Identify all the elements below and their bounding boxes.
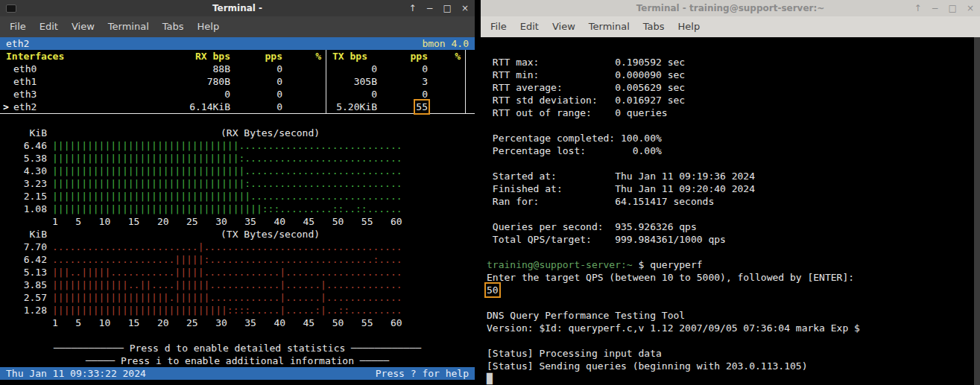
tx-graph-bars: |||||||||||||..||....||||||............|… bbox=[52, 279, 402, 291]
axis-spacer bbox=[0, 215, 52, 228]
pct-lost-line: Percentage lost: 0.00% bbox=[487, 144, 980, 157]
rx-bps-value: 0 bbox=[168, 88, 235, 101]
bmon-topbar: eth2 bmon 4.0 bbox=[0, 37, 475, 50]
menu-view[interactable]: View bbox=[65, 16, 101, 37]
tx-graph-bars: ||||||||||||||||||||||||||||||::::.....|… bbox=[52, 304, 402, 316]
rx-pps-value: 0 bbox=[235, 63, 287, 75]
rx-graph-row: 4.30 |||||||||||||||||||||||||||||||||..… bbox=[0, 165, 475, 177]
finished-at-line: Finished at: Thu Jan 11 09:20:40 2024 bbox=[487, 182, 980, 195]
rx-pct-value bbox=[287, 88, 326, 101]
qps-value-highlight-box: 50 bbox=[487, 284, 499, 296]
rx-graph-row: 3.23 |||||||||||||||||||||||||||||||||:.… bbox=[0, 177, 475, 190]
tx-pct-value bbox=[432, 63, 466, 75]
menu-terminal[interactable]: Terminal bbox=[582, 16, 636, 37]
tx-pps-highlight-box: 55 bbox=[416, 101, 428, 112]
total-qps-line: Total QPS/target: 999.984361/1000 qps bbox=[487, 233, 980, 246]
rx-pps-value: 0 bbox=[235, 101, 287, 113]
col-tx-pps: pps bbox=[382, 50, 432, 63]
rollup-button[interactable]: ↑ bbox=[914, 0, 921, 16]
right-titlebar[interactable]: Terminal - training@support-server:~ ↑ −… bbox=[481, 0, 980, 16]
rx-graph-row: 2.15 ||||||||||||||||||||||||||||||||||.… bbox=[0, 190, 475, 203]
maximize-button[interactable]: □ bbox=[949, 0, 957, 16]
menu-edit[interactable]: Edit bbox=[513, 16, 546, 37]
blank-line bbox=[487, 296, 980, 309]
rx-y-label: 1.08 bbox=[0, 203, 52, 215]
right-window-controls: ↑ − □ × bbox=[914, 0, 974, 16]
menu-help[interactable]: Help bbox=[671, 16, 707, 37]
interface-row-eth3[interactable]: eth3 0 0 0 0 bbox=[0, 88, 475, 101]
interface-row-eth0[interactable]: eth0 88B 0 0 0 bbox=[0, 63, 475, 75]
rx-pct-value bbox=[287, 63, 326, 75]
rx-pps-value: 0 bbox=[235, 75, 287, 88]
tx-graph-bars: .....................|||||:.............… bbox=[52, 253, 402, 266]
tx-pct-value bbox=[432, 75, 466, 88]
bmon-statusbar: Thu Jan 11 09:33:22 2024 Press ? for hel… bbox=[0, 367, 475, 380]
rollup-button[interactable]: ↑ bbox=[408, 0, 416, 16]
menu-file[interactable]: File bbox=[484, 16, 513, 37]
interface-name: eth0 bbox=[0, 63, 168, 75]
col-interfaces: Interfaces bbox=[0, 50, 168, 63]
rx-bps-value: 88B bbox=[168, 63, 235, 75]
qps-enter-line: Enter the target QPS (between 10 to 5000… bbox=[487, 271, 980, 284]
left-window-title: Terminal - bbox=[212, 3, 262, 13]
rx-y-label: 4.30 bbox=[0, 165, 52, 177]
blank-line bbox=[487, 246, 980, 258]
tx-y-label: 1.28 bbox=[0, 304, 52, 316]
menu-file[interactable]: File bbox=[3, 16, 33, 37]
menu-help[interactable]: Help bbox=[191, 16, 227, 37]
tx-y-label: 6.42 bbox=[0, 253, 52, 266]
maximize-button[interactable]: □ bbox=[443, 0, 452, 16]
rx-graph-header: KiB (RX Bytes/second) bbox=[0, 127, 475, 139]
menu-tabs[interactable]: Tabs bbox=[636, 16, 671, 37]
interface-row-eth2-selected[interactable]: > eth2 6.14KiB 0 5.20KiB 55 bbox=[0, 101, 475, 113]
rtt-max-line: RTT max: 0.190592 sec bbox=[487, 56, 980, 69]
blank-line bbox=[487, 208, 980, 220]
left-titlebar[interactable]: Terminal - ↑ − □ × bbox=[0, 0, 475, 16]
rx-graph-bars: |||||||||||||||||||||||||||||||||.......… bbox=[52, 165, 402, 177]
qps-input-line: 50 bbox=[487, 284, 980, 296]
close-button[interactable]: × bbox=[461, 0, 469, 16]
blank-line bbox=[0, 329, 475, 342]
status-sending-line: [Status] Sending queries (beginning with… bbox=[487, 360, 980, 372]
rx-y-label: 3.23 bbox=[0, 177, 52, 190]
rx-graph-row: 6.46 ||||||||||||||||||||||||||||||||...… bbox=[0, 139, 475, 152]
tool-version-line: Version: $Id: queryperf.c,v 1.12 2007/09… bbox=[487, 322, 980, 334]
tx-graph-row: 5.13 |||..|||||...........|||||.........… bbox=[0, 266, 475, 279]
rx-graph-bars: ||||||||||||||||||||||||||||||||||......… bbox=[52, 190, 402, 203]
tx-graph-row: 1.28 ||||||||||||||||||||||||||||||::::.… bbox=[0, 304, 475, 316]
tx-pct-value bbox=[432, 101, 466, 113]
bmon-screen[interactable]: eth2 bmon 4.0 Interfaces RX bps pps % TX… bbox=[0, 37, 475, 385]
menu-edit[interactable]: Edit bbox=[33, 16, 65, 37]
status-processing-line: [Status] Processing input data bbox=[487, 347, 980, 360]
rtt-out-of-range-line: RTT out of range: 0 queries bbox=[487, 106, 980, 119]
tool-title-line: DNS Query Performance Testing Tool bbox=[487, 309, 980, 322]
col-rx-bps: RX bps bbox=[168, 50, 235, 63]
menu-view[interactable]: View bbox=[546, 16, 582, 37]
rx-graph-unit: KiB bbox=[0, 127, 52, 139]
minimize-button[interactable]: − bbox=[932, 0, 939, 16]
tx-graph-bars: |||..|||||...........|||||.............|… bbox=[52, 266, 402, 279]
rx-graph-row: 5.38 ||||||||||||||||||||||||||||||||:..… bbox=[0, 152, 475, 165]
bmon-table-header: Interfaces RX bps pps % TX bps pps % bbox=[0, 50, 475, 63]
menu-tabs[interactable]: Tabs bbox=[156, 16, 191, 37]
qps-line: Queries per second: 935.926326 qps bbox=[487, 220, 980, 233]
menu-terminal[interactable]: Terminal bbox=[101, 16, 156, 37]
close-button[interactable]: × bbox=[967, 0, 974, 16]
blank-line bbox=[487, 157, 980, 170]
scrollbar[interactable] bbox=[974, 37, 980, 385]
tx-y-label: 7.70 bbox=[0, 241, 52, 253]
rx-graph-bars: ||||||||||||||||||||||||||||||||:.......… bbox=[52, 152, 402, 165]
tx-graph-row: 7.70 .........................|.........… bbox=[0, 241, 475, 253]
tx-graph-row: 6.42 .....................|||||:........… bbox=[0, 253, 475, 266]
interface-row-eth1[interactable]: eth1 780B 0 305B 3 bbox=[0, 75, 475, 88]
queryperf-terminal-screen[interactable]: RTT max: 0.190592 sec RTT min: 0.000090 … bbox=[481, 37, 980, 385]
bmon-help-hint: Press ? for help bbox=[376, 367, 469, 380]
bmon-datetime: Thu Jan 11 09:33:22 2024 bbox=[6, 367, 146, 380]
blank-line bbox=[487, 119, 980, 132]
bmon-selected-interface: eth2 bbox=[6, 37, 29, 50]
col-rx-pct: % bbox=[287, 50, 326, 63]
tx-y-label: 2.57 bbox=[0, 291, 52, 304]
rx-pct-value bbox=[287, 101, 326, 113]
minimize-button[interactable]: − bbox=[426, 0, 434, 16]
tx-bps-value: 305B bbox=[326, 75, 382, 88]
